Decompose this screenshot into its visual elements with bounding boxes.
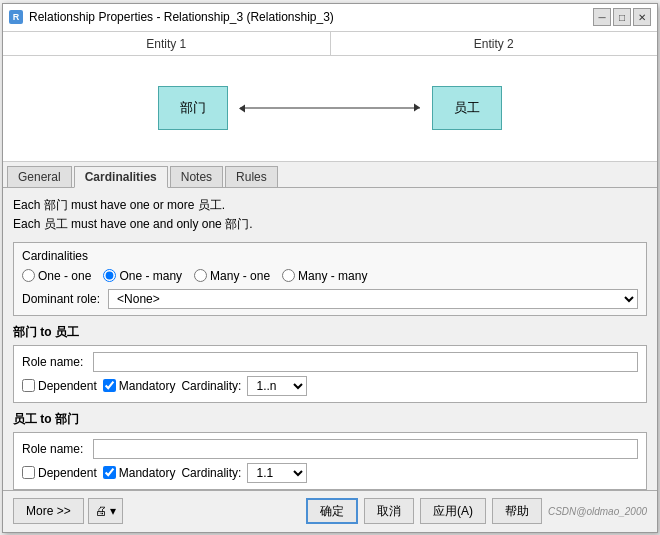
print-dropdown-icon: ▾ <box>110 504 116 518</box>
section1-cardinality-label: Cardinality: <box>181 379 241 393</box>
tab-rules[interactable]: Rules <box>225 166 278 187</box>
radio-group: One - one One - many Many - one Many - m… <box>22 269 638 283</box>
section2-mandatory-label: Mandatory <box>119 466 176 480</box>
radio-one-one-input[interactable] <box>22 269 35 282</box>
main-window: R Relationship Properties - Relationship… <box>2 3 658 533</box>
description-text: Each 部门 must have one or more 员工. Each 员… <box>13 196 647 234</box>
radio-many-one-label: Many - one <box>210 269 270 283</box>
tab-notes[interactable]: Notes <box>170 166 223 187</box>
entity-canvas: 部门 员工 <box>3 56 657 161</box>
diagram-area: Entity 1 Entity 2 部门 员工 <box>3 32 657 162</box>
section1-options-row: Dependent Mandatory Cardinality: 1..n 0.… <box>22 376 638 396</box>
radio-one-one-label: One - one <box>38 269 91 283</box>
section2-role-label: Role name: <box>22 442 87 456</box>
section2-mandatory-check[interactable] <box>103 466 116 479</box>
section1-dependent-check[interactable] <box>22 379 35 392</box>
description-line2: Each 员工 must have one and only one 部门. <box>13 215 647 234</box>
entity2-box[interactable]: 员工 <box>432 86 502 130</box>
section1-role-input[interactable] <box>93 352 638 372</box>
radio-one-many-input[interactable] <box>103 269 116 282</box>
restore-button[interactable]: □ <box>613 8 631 26</box>
radio-many-one[interactable]: Many - one <box>194 269 270 283</box>
section2-role-input[interactable] <box>93 439 638 459</box>
tab-general[interactable]: General <box>7 166 72 187</box>
section1-box: Role name: Dependent Mandatory Cardinali… <box>13 345 647 403</box>
entity2-header: Entity 2 <box>331 32 658 55</box>
minimize-button[interactable]: ─ <box>593 8 611 26</box>
section1-role-label: Role name: <box>22 355 87 369</box>
section2-dependent-label: Dependent <box>38 466 97 480</box>
cardinalities-group: Cardinalities One - one One - many Many … <box>13 242 647 316</box>
section2: 员工 to 部门 Role name: Dependent Mandatory … <box>13 411 647 490</box>
radio-one-one[interactable]: One - one <box>22 269 91 283</box>
dominant-role-label: Dominant role: <box>22 292 100 306</box>
dominant-role-row: Dominant role: <None> <box>22 289 638 309</box>
more-button[interactable]: More >> <box>13 498 84 524</box>
radio-many-many[interactable]: Many - many <box>282 269 367 283</box>
print-icon: 🖨 <box>95 504 107 518</box>
section1: 部门 to 员工 Role name: Dependent Mandatory … <box>13 324 647 403</box>
print-button[interactable]: 🖨 ▾ <box>88 498 123 524</box>
section1-mandatory-label: Mandatory <box>119 379 176 393</box>
help-button[interactable]: 帮助 <box>492 498 542 524</box>
section1-cardinality-wrapper: 1..n 0..n 1..1 <box>247 376 309 396</box>
section2-role-row: Role name: <box>22 439 638 459</box>
window-icon: R <box>9 10 23 24</box>
dominant-role-select[interactable]: <None> <box>108 289 638 309</box>
section1-dependent[interactable]: Dependent <box>22 379 97 393</box>
close-button[interactable]: ✕ <box>633 8 651 26</box>
radio-many-many-input[interactable] <box>282 269 295 282</box>
section2-title: 员工 to 部门 <box>13 411 647 428</box>
section1-dependent-label: Dependent <box>38 379 97 393</box>
window-title: Relationship Properties - Relationship_3… <box>29 10 593 24</box>
entity1-header: Entity 1 <box>3 32 331 55</box>
watermark: CSDN@oldmao_2000 <box>548 506 647 517</box>
section2-dependent-check[interactable] <box>22 466 35 479</box>
description-line1: Each 部门 must have one or more 员工. <box>13 196 647 215</box>
section2-dependent[interactable]: Dependent <box>22 466 97 480</box>
section1-title: 部门 to 员工 <box>13 324 647 341</box>
section1-cardinality-select[interactable]: 1..n 0..n 1..1 <box>247 376 307 396</box>
section2-cardinality-select[interactable]: 1.1 0..1 1..n <box>247 463 307 483</box>
tab-cardinalities[interactable]: Cardinalities <box>74 166 168 188</box>
title-bar: R Relationship Properties - Relationship… <box>3 4 657 32</box>
entity-headers: Entity 1 Entity 2 <box>3 32 657 56</box>
bottom-bar: More >> 🖨 ▾ 确定 取消 应用(A) 帮助 CSDN@oldmao_2… <box>3 490 657 532</box>
window-controls: ─ □ ✕ <box>593 8 651 26</box>
section1-role-row: Role name: <box>22 352 638 372</box>
content-area: Each 部门 must have one or more 员工. Each 员… <box>3 188 657 490</box>
section2-options-row: Dependent Mandatory Cardinality: 1.1 0..… <box>22 463 638 483</box>
radio-many-many-label: Many - many <box>298 269 367 283</box>
entity1-box[interactable]: 部门 <box>158 86 228 130</box>
radio-one-many[interactable]: One - many <box>103 269 182 283</box>
confirm-button[interactable]: 确定 <box>306 498 358 524</box>
section1-mandatory-check[interactable] <box>103 379 116 392</box>
section2-cardinality-label: Cardinality: <box>181 466 241 480</box>
bottom-left-buttons: More >> 🖨 ▾ <box>13 498 300 524</box>
relationship-connector <box>240 108 420 109</box>
section2-box: Role name: Dependent Mandatory Cardinali… <box>13 432 647 490</box>
apply-button[interactable]: 应用(A) <box>420 498 486 524</box>
cancel-button[interactable]: 取消 <box>364 498 414 524</box>
section2-cardinality-wrapper: 1.1 0..1 1..n <box>247 463 307 483</box>
radio-many-one-input[interactable] <box>194 269 207 282</box>
tabs-container: General Cardinalities Notes Rules <box>3 162 657 188</box>
section2-mandatory[interactable]: Mandatory <box>103 466 176 480</box>
section1-mandatory[interactable]: Mandatory <box>103 379 176 393</box>
cardinalities-group-label: Cardinalities <box>22 249 638 263</box>
radio-one-many-label: One - many <box>119 269 182 283</box>
